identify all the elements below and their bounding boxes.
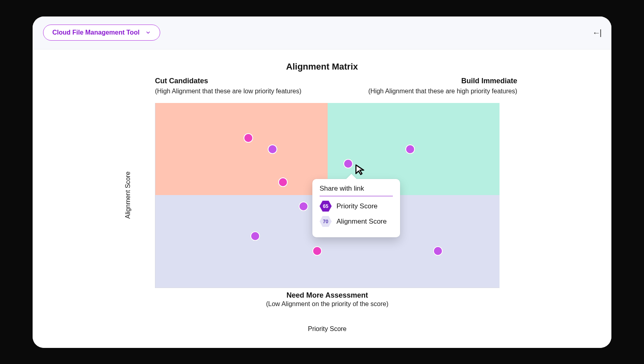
data-point[interactable] [244,133,253,143]
project-selector[interactable]: Cloud File Management Tool [43,25,160,41]
data-point[interactable] [405,144,415,154]
quadrant-header-cut-candidates: Cut Candidates (High Alignment that thes… [155,77,322,95]
score-hex-badge: 70 [320,216,332,228]
score-hex-badge: 65 [320,200,332,212]
quadrant-cut-candidates [155,103,328,195]
chevron-down-icon [145,30,151,35]
project-selector-label: Cloud File Management Tool [52,29,140,36]
quadrant-top-headers: Cut Candidates (High Alignment that thes… [155,77,517,95]
chart-stage: Alignment Matrix Cut Candidates (High Al… [33,49,611,348]
data-point[interactable] [268,144,277,154]
tooltip-row: 70Alignment Score [320,216,393,228]
data-point[interactable] [299,202,308,211]
quadrant-subtitle: (High Alignment that these are low prior… [155,88,322,95]
collapse-panel-icon[interactable]: ←| [592,28,601,37]
tooltip-row: 65Priority Score [320,200,393,212]
tooltip-row-label: Alignment Score [336,218,387,226]
y-axis-label: Alignment Score [124,171,132,218]
quadrant-wrap: Cut Candidates (High Alignment that thes… [131,77,517,333]
cursor-icon [355,164,365,175]
data-point[interactable] [250,231,260,241]
tooltip-row-label: Priority Score [336,202,378,210]
quadrant-title: Need More Assessment [155,291,500,300]
quadrant-title: Cut Candidates [155,77,322,85]
topbar: Cloud File Management Tool ←| [33,16,611,49]
quadrant-subtitle: (Low Alignment on the priority of the sc… [155,300,500,308]
data-point[interactable] [343,159,353,169]
datapoint-tooltip: Share with link 65Priority Score70Alignm… [312,179,400,237]
data-point[interactable] [278,177,288,187]
tooltip-title: Share with link [320,185,393,196]
app-window: Cloud File Management Tool ←| Alignment … [33,16,611,348]
data-point[interactable] [312,246,322,256]
quadrant-bottom-header: Need More Assessment (Low Alignment on t… [155,291,500,308]
chart-title: Alignment Matrix [33,62,611,72]
quadrant-subtitle: (High Alignment that these are high prio… [351,88,517,95]
scatter-plot[interactable]: Alignment Score Share with link 65Priori… [155,103,500,288]
quadrant-header-build-immediate: Build Immediate (High Alignment that the… [351,77,517,95]
x-axis-label: Priority Score [155,325,500,333]
data-point[interactable] [433,246,443,256]
quadrant-title: Build Immediate [351,77,517,85]
